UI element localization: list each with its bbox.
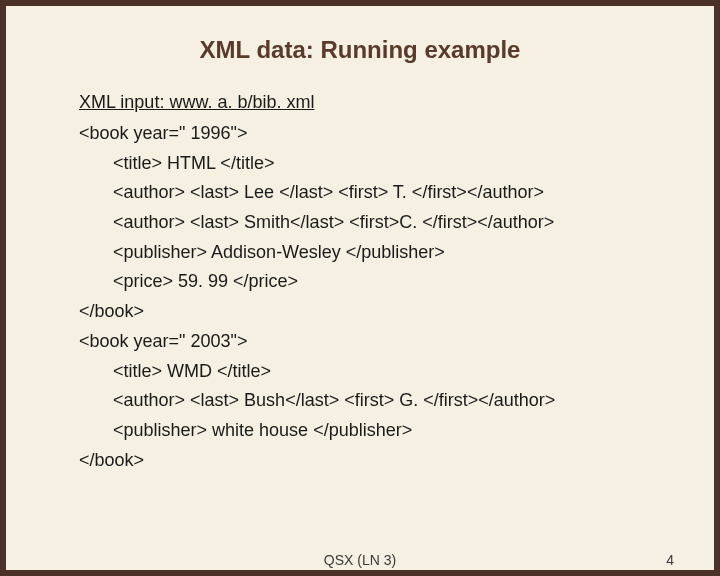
xml-line: <title> WMD </title> bbox=[113, 357, 669, 387]
xml-line: <publisher> Addison-Wesley </publisher> bbox=[113, 238, 669, 268]
xml-line: <title> HTML </title> bbox=[113, 149, 669, 179]
slide: XML data: Running example XML input: www… bbox=[6, 6, 714, 570]
xml-content: <book year=" 1996"><title> HTML </title>… bbox=[51, 119, 669, 475]
xml-line: <book year=" 2003"> bbox=[79, 327, 669, 357]
xml-line: <publisher> white house </publisher> bbox=[113, 416, 669, 446]
xml-line: <price> 59. 99 </price> bbox=[113, 267, 669, 297]
slide-title: XML data: Running example bbox=[51, 36, 669, 64]
xml-line: <author> <last> Lee </last> <first> T. <… bbox=[113, 178, 669, 208]
slide-number: 4 bbox=[666, 552, 674, 568]
xml-line: <author> <last> Smith</last> <first>C. <… bbox=[113, 208, 669, 238]
input-source-label: XML input: www. a. b/bib. xml bbox=[79, 92, 669, 113]
footer-center-text: QSX (LN 3) bbox=[324, 552, 396, 568]
xml-line: <author> <last> Bush</last> <first> G. <… bbox=[113, 386, 669, 416]
xml-line: <book year=" 1996"> bbox=[79, 119, 669, 149]
xml-line: </book> bbox=[79, 297, 669, 327]
xml-line: </book> bbox=[79, 446, 669, 476]
